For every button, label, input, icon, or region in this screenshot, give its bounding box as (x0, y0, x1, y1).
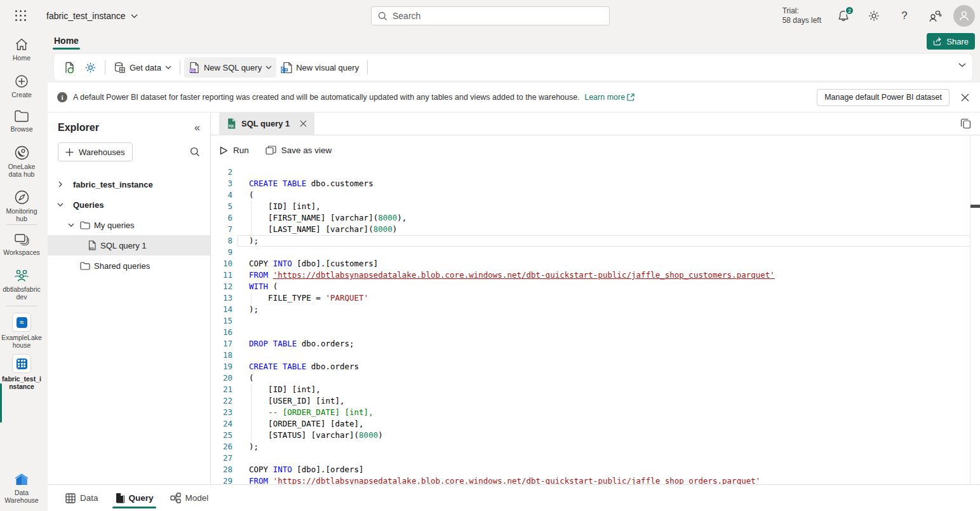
tab-close-button[interactable] (300, 120, 307, 127)
code-line[interactable]: 11FROM 'https://dbtlabsynapsedatalake.bl… (211, 269, 980, 281)
plus-icon (65, 148, 74, 156)
code-line[interactable]: 26); (211, 441, 980, 453)
code-line[interactable]: 9 (211, 247, 980, 258)
code-line[interactable]: 19CREATE TABLE dbo.orders (211, 361, 980, 372)
create-icon (14, 74, 29, 89)
code-line[interactable]: 25 [STATUS] [varchar](8000) (211, 430, 980, 441)
banner-close-button[interactable] (957, 90, 972, 105)
nav-monitoring-hub[interactable]: Monitoring hub (0, 189, 43, 222)
tree-shared-queries-label: Shared queries (94, 261, 150, 271)
code-line[interactable]: 13 FILE_TYPE = 'PARQUET' (211, 292, 980, 304)
app-launcher-icon[interactable] (7, 2, 35, 30)
toolbar-band: Get data SQL New SQL query New visual qu… (48, 52, 980, 83)
save-as-view-button[interactable]: Save as view (265, 146, 332, 155)
nav-workspaces[interactable]: Workspaces (0, 232, 43, 256)
close-icon (961, 93, 969, 102)
code-line[interactable]: 16 (211, 327, 980, 338)
code-line[interactable]: 23 -- [ORDER_DATE] [int], (211, 407, 980, 418)
manage-default-dataset-button[interactable]: Manage default Power BI dataset (817, 89, 950, 106)
tree-item-sql-query-1[interactable]: SQL SQL query 1 (48, 235, 210, 256)
tree-item-warehouse[interactable]: fabric_test_instance (48, 174, 210, 194)
code-line[interactable]: 2 (211, 167, 980, 178)
search-input[interactable]: Search (371, 6, 610, 25)
chevron-down-icon[interactable] (57, 203, 64, 207)
model-icon (170, 493, 181, 503)
tree-item-my-queries[interactable]: My queries (48, 215, 210, 235)
code-line[interactable]: 6 [FIRST_NAME] [varchar](8000), (211, 212, 980, 224)
line-number: 12 (211, 281, 232, 292)
code-line[interactable]: 28COPY INTO [dbo].[orders] (211, 464, 980, 475)
code-line[interactable]: 22 [USER_ID] [int], (211, 395, 980, 407)
nav-home[interactable]: Home (0, 37, 43, 62)
help-button[interactable]: ? (892, 4, 916, 28)
copy-icon[interactable] (960, 118, 971, 129)
new-sql-query-button[interactable]: SQL New SQL query (184, 57, 276, 78)
code-line[interactable]: 18 (211, 350, 980, 361)
workspace-name: fabric_test_instance (46, 11, 126, 21)
data-grid-icon (65, 493, 76, 503)
share-icon (933, 37, 943, 46)
toolbar: Get data SQL New SQL query New visual qu… (54, 54, 972, 81)
nav-item-fabric-test-instance[interactable]: fabric_test_instance (0, 354, 43, 390)
tree-item-queries[interactable]: Queries (48, 194, 210, 215)
code-line[interactable]: 27 (211, 453, 980, 464)
code-line[interactable]: 8); (211, 235, 980, 247)
run-button[interactable]: Run (220, 146, 249, 155)
line-number: 17 (211, 338, 232, 350)
chevron-down-icon[interactable] (67, 223, 75, 227)
line-number: 3 (211, 178, 232, 189)
nav-onelake-data-hub[interactable]: OneLake data hub (0, 145, 43, 178)
collapse-panel-icon[interactable]: « (194, 122, 200, 133)
refresh-semantic-model-button[interactable] (59, 57, 80, 78)
data-warehouse-icon (13, 472, 30, 487)
settings-button[interactable] (862, 4, 886, 28)
view-tab-data[interactable]: Data (62, 485, 102, 511)
warehouse-settings-button[interactable] (80, 57, 101, 78)
learn-more-link[interactable]: Learn more (584, 93, 634, 102)
add-warehouses-button[interactable]: Warehouses (58, 142, 133, 161)
code-line[interactable]: 5 [ID] [int], (211, 201, 980, 212)
notifications-button[interactable]: 2 (831, 4, 856, 28)
nav-item-examplelakehouse[interactable]: ≈ ExampleLakehouse (0, 313, 43, 349)
svg-text:SQL: SQL (189, 69, 196, 72)
workspace-switcher[interactable]: fabric_test_instance (46, 11, 138, 21)
avatar[interactable] (953, 5, 975, 27)
view-tab-query[interactable]: Query (111, 485, 158, 511)
line-number: 25 (211, 430, 232, 441)
code-line[interactable]: 21 [ID] [int], (211, 384, 980, 395)
code-line[interactable]: 17DROP TABLE dbo.orders; (211, 338, 980, 350)
line-number: 13 (211, 292, 232, 304)
code-line[interactable]: 12WITH ( (211, 281, 980, 292)
explorer-search-icon[interactable] (190, 147, 200, 157)
line-number: 24 (211, 418, 232, 430)
share-button[interactable]: Share (927, 33, 975, 50)
scrollbar-marker[interactable] (970, 205, 980, 208)
left-nav-rail: Home Create Browse OneLake data hub Moni… (0, 32, 43, 511)
code-line[interactable]: 15 (211, 315, 980, 327)
nav-browse[interactable]: Browse (0, 109, 43, 133)
ribbon-collapse-button[interactable] (958, 63, 966, 67)
code-line[interactable]: 3CREATE TABLE dbo.customers (211, 178, 980, 189)
tree-item-shared-queries[interactable]: Shared queries (48, 256, 210, 276)
nav-data-warehouse[interactable]: Data Warehouse (0, 472, 43, 504)
code-line[interactable]: 29FROM 'https://dbtlabsynapsedatalake.bl… (211, 475, 980, 484)
new-visual-query-button[interactable]: New visual query (276, 57, 363, 78)
code-lines: 23CREATE TABLE dbo.customers4(5 [ID] [in… (211, 167, 980, 484)
feedback-button[interactable] (923, 4, 947, 28)
view-tab-model[interactable]: Model (166, 485, 213, 511)
nav-workspace-dbtlabsfabricdev[interactable]: dbtlabsfabricdev (0, 268, 43, 301)
code-line[interactable]: 7 [LAST_NAME] [varchar](8000) (211, 224, 980, 235)
database-icon (114, 62, 126, 74)
code-area[interactable]: 23CREATE TABLE dbo.customers4(5 [ID] [in… (211, 165, 980, 484)
code-line[interactable]: 20( (211, 372, 980, 384)
code-line[interactable]: 24 [ORDER_DATE] [date], (211, 418, 980, 430)
code-line[interactable]: 4( (211, 189, 980, 201)
code-line[interactable]: 14); (211, 304, 980, 315)
tab-home[interactable]: Home (53, 33, 80, 51)
code-line[interactable]: 10COPY INTO [dbo].[customers] (211, 258, 980, 269)
nav-create[interactable]: Create (0, 74, 43, 99)
trial-status: Trial: 58 days left (782, 6, 821, 25)
chevron-right-icon[interactable] (57, 181, 64, 187)
tab-sql-query-1[interactable]: SQL SQL query 1 (219, 112, 314, 135)
get-data-button[interactable]: Get data (109, 57, 176, 78)
